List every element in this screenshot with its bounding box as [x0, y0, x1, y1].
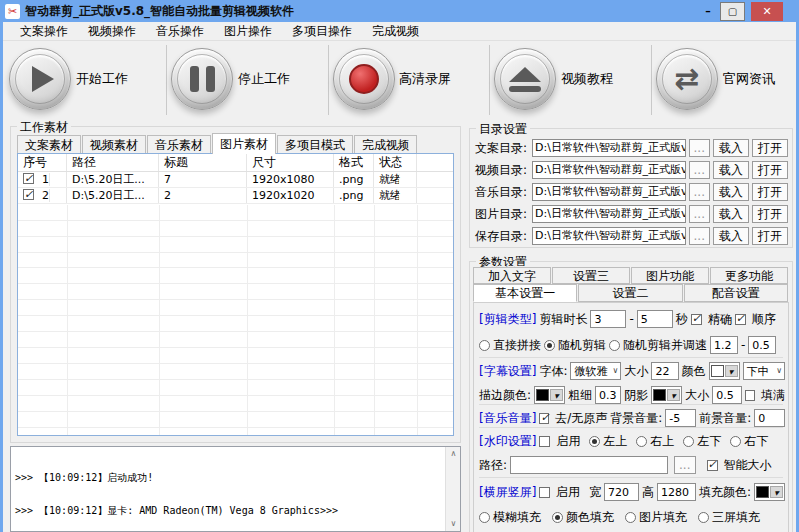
wm-bottom-left-label: 左下 — [697, 433, 721, 450]
menu-item-multi-project-ops[interactable]: 多项目操作 — [282, 23, 362, 40]
subtitle-position-select[interactable]: 下中 — [743, 362, 785, 380]
wm-path-label: 路径: — [479, 457, 507, 474]
wm-bottom-right-radio[interactable] — [730, 436, 741, 447]
browse-button[interactable]: ... — [689, 183, 710, 201]
triple-screen-fill-radio[interactable] — [698, 512, 709, 523]
save-dir-input[interactable]: D:\日常软件\智动群剪_正式版v5. — [532, 227, 686, 245]
font-size-input[interactable]: 22 — [651, 362, 678, 380]
fg-volume-input[interactable]: 0 — [754, 409, 785, 427]
open-button[interactable]: 打开 — [752, 227, 788, 245]
browse-button[interactable]: ... — [689, 139, 710, 157]
screen-enable-checkbox[interactable] — [539, 487, 550, 498]
shadow-size-input[interactable]: 0.5 — [712, 386, 742, 404]
clip-max-input[interactable]: 5 — [637, 310, 673, 328]
wm-browse-button[interactable]: ... — [674, 456, 695, 474]
tab-music-material[interactable]: 音乐素材 — [147, 135, 211, 154]
log-output[interactable]: >>> 【10:09:12】启动成功! >>> 【10:09:12】显卡: AM… — [10, 446, 461, 532]
menu-item-finished-video[interactable]: 完成视频 — [362, 23, 429, 40]
table-row[interactable]: 2 D:\5.20日工... 2 1920x1020 .png 就绪 — [18, 188, 453, 204]
load-button[interactable]: 载入 — [713, 183, 749, 201]
wm-top-right-radio[interactable] — [636, 436, 647, 447]
order-checkbox[interactable] — [735, 314, 746, 325]
fill-color-dropdown[interactable] — [754, 483, 785, 501]
accurate-checkbox[interactable] — [691, 314, 702, 325]
menu-item-text-ops[interactable]: 文案操作 — [10, 23, 78, 40]
menu-item-image-ops[interactable]: 图片操作 — [214, 23, 282, 40]
scroll-down-icon[interactable]: ∨ — [446, 517, 461, 531]
smart-size-checkbox[interactable] — [707, 460, 718, 471]
row-checkbox[interactable] — [23, 173, 34, 184]
tab-add-text[interactable]: 加入文字 — [473, 267, 551, 284]
text-dir-input[interactable]: D:\日常软件\智动群剪_正式版v5. — [532, 139, 686, 157]
browse-button[interactable]: ... — [689, 227, 710, 245]
start-work-button[interactable]: 开始工作 — [9, 44, 128, 114]
image-fill-radio[interactable] — [625, 512, 636, 523]
tab-settings-3[interactable]: 设置三 — [552, 267, 630, 284]
stop-work-button[interactable]: 停止工作 — [171, 44, 290, 114]
video-tutorial-button[interactable]: 视频教程 — [494, 44, 613, 114]
hd-record-button[interactable]: 高清录屏 — [333, 44, 451, 114]
materials-table[interactable]: 序号 路径 标题 尺寸 格式 状态 1 D:\5.20日工... 7 1920x… — [17, 153, 454, 436]
close-button[interactable]: ✕ — [751, 2, 783, 21]
width-input[interactable]: 720 — [604, 483, 639, 501]
random-clip-radio[interactable] — [544, 340, 555, 351]
tab-basic-settings-1[interactable]: 基本设置一 — [473, 284, 577, 302]
outline-color-dropdown[interactable] — [534, 386, 565, 404]
tab-finished-video[interactable]: 完成视频 — [354, 135, 417, 154]
bg-volume-input[interactable]: -5 — [665, 409, 696, 427]
tab-settings-2[interactable]: 设置二 — [578, 284, 682, 302]
maximize-button[interactable]: ▢ — [720, 2, 745, 21]
open-button[interactable]: 打开 — [752, 139, 788, 157]
tab-multi-project-mode[interactable]: 多项目模式 — [277, 135, 353, 154]
dropdown-arrow-icon[interactable] — [770, 486, 783, 498]
official-news-button[interactable]: ⇄ 官网资讯 — [656, 44, 775, 114]
mute-original-checkbox[interactable] — [539, 413, 549, 424]
watermark-enable-checkbox[interactable] — [539, 436, 550, 447]
dropdown-arrow-icon[interactable] — [667, 389, 680, 401]
log-scrollbar[interactable]: ∧ ∨ — [445, 447, 460, 531]
direct-splice-radio[interactable] — [479, 340, 490, 351]
height-input[interactable]: 1280 — [657, 483, 696, 501]
tab-video-material[interactable]: 视频素材 — [82, 135, 146, 154]
table-row[interactable]: 1 D:\5.20日工... 7 1920x1080 .png 就绪 — [18, 172, 453, 188]
load-button[interactable]: 载入 — [713, 139, 749, 157]
random-speed-radio[interactable] — [609, 340, 620, 351]
speed-to-input[interactable]: 0.5 — [748, 336, 776, 354]
wm-top-left-radio[interactable] — [589, 436, 600, 447]
music-dir-input[interactable]: D:\日常软件\智动群剪_正式版v5. — [532, 183, 686, 201]
tab-text-material[interactable]: 文案素材 — [17, 135, 81, 154]
open-button[interactable]: 打开 — [752, 183, 788, 201]
video-dir-input[interactable]: D:\日常软件\智动群剪_正式版v5. — [532, 161, 686, 179]
menu-item-music-ops[interactable]: 音乐操作 — [146, 23, 214, 40]
browse-button[interactable]: ... — [689, 161, 710, 179]
load-button[interactable]: 载入 — [713, 227, 749, 245]
image-dir-input[interactable]: D:\日常软件\智动群剪_正式版v5. — [532, 205, 686, 223]
tab-image-functions[interactable]: 图片功能 — [631, 267, 709, 284]
browse-button[interactable]: ... — [689, 205, 710, 223]
wm-path-input[interactable] — [510, 456, 668, 474]
load-button[interactable]: 载入 — [713, 205, 749, 223]
speed-from-input[interactable]: 1.2 — [710, 336, 738, 354]
open-button[interactable]: 打开 — [752, 205, 788, 223]
open-button[interactable]: 打开 — [752, 161, 788, 179]
tab-more-functions[interactable]: 更多功能 — [710, 267, 788, 284]
fill-full-checkbox[interactable] — [745, 390, 755, 401]
font-color-dropdown[interactable] — [709, 362, 740, 380]
scroll-up-icon[interactable]: ∧ — [446, 447, 461, 461]
load-button[interactable]: 载入 — [713, 161, 749, 179]
start-work-circle — [9, 48, 71, 110]
clip-min-input[interactable]: 3 — [590, 310, 626, 328]
outline-width-input[interactable]: 0.3 — [595, 386, 621, 404]
font-select[interactable]: 微软雅 — [570, 362, 621, 380]
blur-fill-radio[interactable] — [479, 512, 490, 523]
wm-bottom-left-radio[interactable] — [683, 436, 694, 447]
menu-item-video-ops[interactable]: 视频操作 — [78, 23, 146, 40]
row-checkbox[interactable] — [23, 189, 34, 200]
minimize-button[interactable]: – — [696, 2, 720, 21]
color-fill-radio[interactable] — [552, 512, 563, 523]
dropdown-arrow-icon[interactable] — [725, 365, 738, 377]
tab-image-material[interactable]: 图片素材 — [212, 133, 276, 154]
dropdown-arrow-icon[interactable] — [550, 389, 563, 401]
tab-dubbing-settings[interactable]: 配音设置 — [684, 284, 788, 302]
shadow-color-dropdown[interactable] — [651, 386, 682, 404]
